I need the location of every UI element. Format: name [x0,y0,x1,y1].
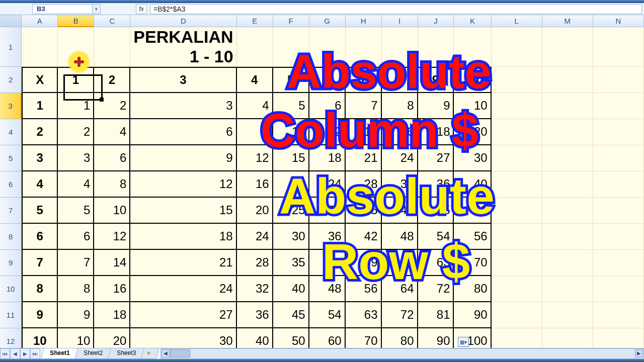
row-header-12[interactable]: 12 [0,328,22,348]
cell-J6[interactable]: 36 [418,171,454,198]
cell-H5[interactable]: 21 [346,145,382,171]
cell-N12[interactable] [593,328,644,348]
cell-F7[interactable]: 25 [273,198,309,224]
cell-D7[interactable]: 15 [130,198,236,224]
cell-J5[interactable]: 27 [418,145,454,171]
cell-B4[interactable]: 2 [58,119,94,145]
cell-I5[interactable]: 24 [382,145,418,171]
cell-L4[interactable] [492,119,542,145]
scroll-right-arrow[interactable]: ▶ [635,349,643,357]
cell-C11[interactable]: 18 [94,302,130,328]
cell-A8[interactable]: 6 [22,224,58,250]
cell-F8[interactable]: 30 [273,224,309,250]
cell-L3[interactable] [492,93,542,119]
row-header-5[interactable]: 5 [0,145,22,171]
cell-K11[interactable]: 90 [454,302,491,328]
cell-M8[interactable] [542,224,593,250]
cell-H8[interactable]: 42 [346,224,382,250]
cell-I11[interactable]: 72 [382,302,418,328]
cell-A2[interactable]: X [22,67,58,93]
cell-G12[interactable]: 60 [309,328,346,348]
row-header-9[interactable]: 9 [0,250,22,276]
column-header-L[interactable]: L [492,15,542,27]
cell-A12[interactable]: 10 [22,328,58,348]
cell-D4[interactable]: 6 [130,119,236,145]
cell-A5[interactable]: 3 [22,145,58,171]
cell-H1[interactable] [346,27,382,67]
cell-F5[interactable]: 15 [273,145,309,171]
cell-D5[interactable]: 9 [130,145,236,171]
cell-E7[interactable]: 20 [237,198,273,224]
cell-E3[interactable]: 4 [237,93,273,119]
cell-M11[interactable] [542,302,593,328]
cell-G3[interactable]: 6 [309,93,346,119]
cell-N11[interactable] [593,302,644,328]
cell-N2[interactable] [593,67,644,93]
cell-D11[interactable]: 27 [130,302,236,328]
cell-C12[interactable]: 20 [94,328,130,348]
cell-E6[interactable]: 16 [237,171,273,198]
cell-I8[interactable]: 48 [382,224,418,250]
row-header-11[interactable]: 11 [0,302,22,328]
cell-D3[interactable]: 3 [130,93,236,119]
cell-K3[interactable]: 10 [454,93,491,119]
cell-E1[interactable] [237,27,273,67]
cell-I2[interactable]: 8 [382,67,418,93]
cell-M3[interactable] [542,93,593,119]
cell-D9[interactable]: 21 [130,250,236,276]
row-header-10[interactable]: 10 [0,276,22,302]
cell-N10[interactable] [593,276,644,302]
cell-M6[interactable] [542,171,593,198]
cell-C8[interactable]: 12 [94,224,130,250]
cell-I10[interactable]: 64 [382,276,418,302]
cell-A10[interactable]: 8 [22,276,58,302]
cell-F4[interactable]: 10 [273,119,309,145]
tab-nav-prev[interactable]: ◀ [10,348,20,359]
cell-G6[interactable]: 24 [309,171,346,198]
cell-H11[interactable]: 63 [346,302,382,328]
cell-D8[interactable]: 18 [130,224,236,250]
cell-K6[interactable]: 40 [454,171,491,198]
cell-K7[interactable]: 50 [454,198,491,224]
cell-L8[interactable] [492,224,542,250]
sheet-tab-sheet3[interactable]: Sheet3 [108,348,145,359]
cell-K9[interactable]: 70 [454,250,491,276]
cell-E4[interactable]: 8 [237,119,273,145]
cell-G1[interactable] [309,27,346,67]
horizontal-scrollbar[interactable]: ◀ ▶ [160,348,644,359]
cell-L11[interactable] [492,302,542,328]
cell-L1[interactable] [492,27,542,67]
column-header-D[interactable]: D [130,15,236,27]
cell-B6[interactable]: 4 [58,171,94,198]
cell-B3[interactable]: 1 [58,93,94,119]
row-header-2[interactable]: 2 [0,67,22,93]
cell-M12[interactable] [542,328,593,348]
cell-L7[interactable] [492,198,542,224]
cell-L9[interactable] [492,250,542,276]
name-box-dropdown[interactable]: ▾ [93,4,101,14]
cell-F12[interactable]: 50 [273,328,309,348]
cell-H6[interactable]: 28 [346,171,382,198]
cell-M1[interactable] [542,27,593,67]
cell-A7[interactable]: 5 [22,198,58,224]
cell-G10[interactable]: 48 [309,276,346,302]
row-header-7[interactable]: 7 [0,198,22,224]
cell-G2[interactable]: 6 [309,67,346,93]
column-header-K[interactable]: K [454,15,491,27]
cell-C2[interactable]: 2 [94,67,130,93]
row-header-8[interactable]: 8 [0,224,22,250]
cell-A3[interactable]: 1 [22,93,58,119]
cell-M10[interactable] [542,276,593,302]
cell-L10[interactable] [492,276,542,302]
cell-B1[interactable] [58,27,94,67]
cell-J9[interactable]: 63 [418,250,454,276]
cell-H12[interactable]: 70 [346,328,382,348]
cell-B12[interactable]: 10 [58,328,94,348]
cell-B2[interactable]: 1 [58,67,94,93]
fx-button[interactable]: fx [136,4,147,14]
tab-nav-next[interactable]: ▶ [20,348,30,359]
cell-B11[interactable]: 9 [58,302,94,328]
cell-E12[interactable]: 40 [237,328,273,348]
column-header-C[interactable]: C [94,15,130,27]
cell-B10[interactable]: 8 [58,276,94,302]
